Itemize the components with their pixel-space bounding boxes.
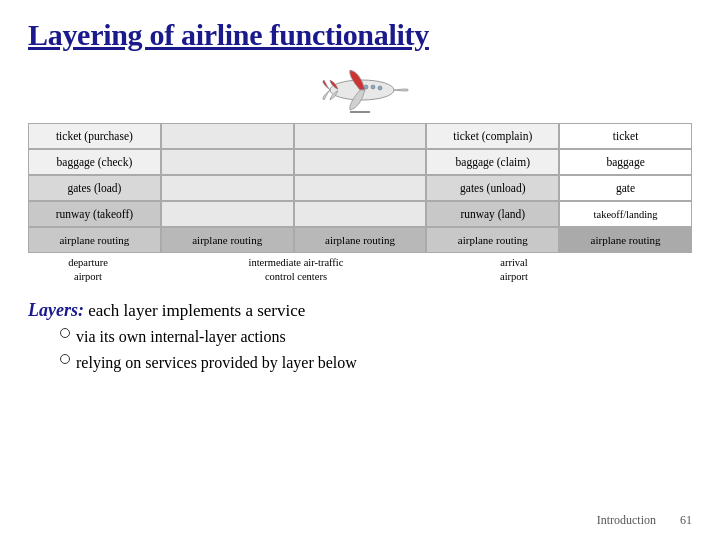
table-row: runway (takeoff) runway (land) takeoff/l… (28, 201, 692, 227)
table-row: ticket (purchase) ticket (complain) tick… (28, 123, 692, 149)
footer: Introduction 61 (597, 513, 692, 528)
bullet1-text: via its own internal-layer actions (76, 324, 286, 350)
bullet-list: via its own internal-layer actions relyi… (60, 324, 692, 375)
layers-sentence: Layers: each layer implements a service (28, 297, 692, 324)
cell-airplane-left: airplane routing (28, 227, 161, 253)
cell-mid2-r1 (294, 123, 427, 149)
cell-mid1-r3 (161, 175, 294, 201)
cell-airplane-right: airplane routing (426, 227, 559, 253)
footer-page: 61 (680, 513, 692, 528)
cell-layer-takeoff: takeoff/landing (559, 201, 692, 227)
bottom-text: Layers: each layer implements a service … (28, 297, 692, 375)
svg-point-3 (364, 85, 368, 89)
layers-rest: each layer implements a service (84, 301, 305, 320)
cell-gates-load: gates (load) (28, 175, 161, 201)
labels-row: departureairport intermediate air-traffi… (28, 256, 692, 283)
cell-gates-unload: gates (unload) (426, 175, 559, 201)
cell-runway-land: runway (land) (426, 201, 559, 227)
cell-layer-ticket: ticket (559, 123, 692, 149)
cell-mid1-r4 (161, 201, 294, 227)
diagram-table: ticket (purchase) ticket (complain) tick… (28, 123, 692, 253)
cell-baggage-check: baggage (check) (28, 149, 161, 175)
bullet-icon (60, 328, 70, 338)
cell-ticket-purchase: ticket (purchase) (28, 123, 161, 149)
cell-airplane-mid1: airplane routing (161, 227, 294, 253)
cell-airplane-far: airplane routing (559, 227, 692, 253)
list-item: relying on services provided by layer be… (60, 350, 692, 376)
label-departure: departureairport (28, 256, 148, 283)
cell-mid2-r2 (294, 149, 427, 175)
bullet-icon (60, 354, 70, 364)
cell-mid2-r4 (294, 201, 427, 227)
bullet2-text: relying on services provided by layer be… (76, 350, 357, 376)
cell-airplane-mid2: airplane routing (294, 227, 427, 253)
svg-point-2 (371, 85, 375, 89)
cell-ticket-complain: ticket (complain) (426, 123, 559, 149)
cell-mid1-r2 (161, 149, 294, 175)
label-arrival: arrivalairport (444, 256, 584, 283)
footer-section: Introduction (597, 513, 656, 528)
cell-layer-gate: gate (559, 175, 692, 201)
page-title: Layering of airline functionality (28, 18, 692, 52)
cell-runway-takeoff: runway (takeoff) (28, 201, 161, 227)
table-row: gates (load) gates (unload) gate (28, 175, 692, 201)
slide: Layering of airline functionality (0, 0, 720, 540)
cell-mid2-r3 (294, 175, 427, 201)
layers-label: Layers: (28, 300, 84, 320)
label-far-empty (584, 256, 692, 283)
list-item: via its own internal-layer actions (60, 324, 692, 350)
svg-point-1 (378, 86, 382, 90)
cell-mid1-r1 (161, 123, 294, 149)
table-row: airplane routing airplane routing airpla… (28, 227, 692, 253)
label-intermediate: intermediate air-trafficcontrol centers (148, 256, 444, 283)
airplane-image (28, 62, 692, 117)
cell-layer-baggage: baggage (559, 149, 692, 175)
table-row: baggage (check) baggage (claim) baggage (28, 149, 692, 175)
cell-baggage-claim: baggage (claim) (426, 149, 559, 175)
